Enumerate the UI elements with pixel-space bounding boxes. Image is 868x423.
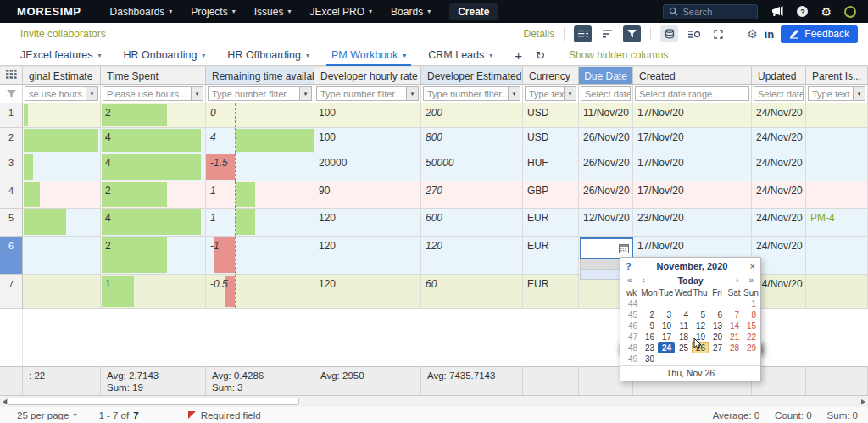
calendar-day[interactable]: 8 (743, 309, 760, 320)
row-number[interactable]: 4 (0, 181, 23, 209)
today-button[interactable]: Today (677, 276, 703, 286)
cell-parent-issue[interactable] (806, 275, 868, 309)
row-number[interactable]: 2 (0, 128, 23, 153)
select-all-corner[interactable] (0, 66, 23, 85)
calendar-day[interactable]: 4 (675, 309, 692, 320)
filter-input-currency[interactable]: Type text f▾ (525, 86, 576, 101)
calendar-day[interactable]: 17 (658, 331, 675, 342)
calendar-day[interactable]: 13 (709, 320, 726, 331)
cell-original-estimate[interactable] (23, 209, 101, 237)
cell-created[interactable]: 23/Nov/20 (633, 209, 752, 237)
cell-due-date[interactable]: 26/Nov/20 (579, 153, 633, 181)
cell-currency[interactable]: USD (523, 103, 579, 128)
filter-input-dev-estimated[interactable]: Type number filter...▾ (423, 86, 520, 101)
chevron-down-icon[interactable]: ▾ (191, 87, 203, 100)
filter-input-updated[interactable]: Select date (754, 86, 804, 101)
announcements-icon[interactable] (771, 6, 784, 17)
row-number[interactable]: 6 (0, 237, 23, 275)
cell-parent-issue[interactable] (806, 128, 868, 153)
cell-hourly-rate[interactable]: 120 (314, 275, 421, 309)
prev-year-icon[interactable]: « (627, 276, 632, 285)
grid-settings-icon[interactable]: ⚙ (747, 28, 758, 40)
cell-dev-estimated[interactable]: 600 (421, 209, 523, 237)
data-source-button[interactable] (660, 25, 678, 42)
nav-menu-dashboards[interactable]: Dashboards▾ (110, 6, 173, 18)
cell-parent-issue[interactable] (806, 153, 868, 181)
cell-time-spent[interactable]: 4 (101, 209, 206, 237)
column-header-due-date[interactable]: Due Date (579, 66, 633, 85)
cell-currency[interactable]: HUF (523, 153, 579, 181)
chevron-down-icon[interactable]: ▾ (406, 87, 418, 100)
cell-original-estimate[interactable] (23, 103, 101, 128)
calendar-day[interactable]: 25 (675, 342, 692, 353)
cell-hourly-rate[interactable]: 120 (314, 237, 421, 275)
cell-remaining-time[interactable]: 1 (206, 209, 314, 237)
cell-time-spent[interactable]: 1 (101, 275, 206, 309)
cell-currency[interactable]: EUR (523, 275, 579, 309)
cell-due-date[interactable]: 26/Nov/20 (579, 181, 633, 209)
invite-collaborators-link[interactable]: Invite collaborators (20, 28, 106, 40)
settings-gear-icon[interactable]: ⚙ (821, 6, 832, 18)
column-header-hourly-rate[interactable]: Developer hourly rate (314, 66, 421, 85)
cell-created[interactable]: 17/Nov/20 (633, 128, 752, 153)
cell-due-date[interactable]: 26/Nov/20 (579, 128, 633, 153)
cell-parent-issue[interactable]: PM-4 (806, 209, 868, 237)
filter-input-hourly-rate[interactable]: Type number filter...▾ (316, 86, 419, 101)
feedback-button[interactable]: Feedback (781, 25, 858, 43)
calendar-day[interactable]: 5 (692, 309, 709, 320)
calendar-day[interactable]: 16 (641, 331, 658, 342)
cell-remaining-time[interactable]: 1 (206, 181, 314, 209)
linkedin-icon[interactable]: in (765, 28, 775, 41)
calendar-day[interactable]: 27 (709, 342, 726, 353)
cell-dev-estimated[interactable]: 200 (421, 103, 523, 128)
filter-input-parent-issue[interactable]: Type text f▾ (808, 86, 865, 101)
cell-remaining-time[interactable]: 0 (206, 103, 314, 128)
cell-updated[interactable]: 24/Nov/20 (752, 103, 806, 128)
next-month-icon[interactable]: › (736, 276, 738, 285)
nav-menu-issues[interactable]: Issues▾ (254, 6, 292, 18)
scroll-right-arrow-icon[interactable] (861, 399, 865, 404)
sheet-tab-hr-offboarding[interactable]: HR Offboarding▾ (227, 45, 309, 66)
cell-dev-estimated[interactable]: 270 (421, 181, 523, 209)
cell-hourly-rate[interactable]: 90 (314, 181, 421, 209)
row-density-button[interactable] (685, 25, 703, 42)
filter-input-time-spent[interactable]: Please use hours...▾ (103, 86, 203, 101)
row-number[interactable]: 3 (0, 153, 23, 181)
calendar-day[interactable]: 1 (743, 298, 760, 309)
row-number[interactable]: 7 (0, 275, 23, 309)
add-sheet-button[interactable]: + (515, 48, 522, 63)
calendar-day[interactable]: 7 (726, 309, 743, 320)
sheet-tab-pm-workbook[interactable]: PM Workbook▾ (331, 45, 406, 66)
cell-time-spent[interactable]: 2 (101, 237, 206, 275)
cell-currency[interactable]: EUR (523, 237, 579, 275)
cell-updated[interactable]: 24/Nov/20 (752, 128, 806, 153)
details-link[interactable]: Details (523, 28, 554, 40)
calendar-day[interactable]: 24 (658, 342, 675, 353)
cell-created[interactable]: 17/Nov/20 (633, 181, 752, 209)
row-number[interactable]: 1 (0, 103, 23, 128)
search-input[interactable]: Search (663, 4, 758, 19)
calendar-day[interactable]: 10 (658, 320, 675, 331)
cell-hourly-rate[interactable]: 20000 (314, 153, 421, 181)
cell-created[interactable]: 17/Nov/20 (633, 103, 752, 128)
cell-remaining-time[interactable]: 4 (206, 128, 314, 153)
calendar-day[interactable]: 14 (726, 320, 743, 331)
next-year-icon[interactable]: » (748, 276, 754, 285)
cell-hourly-rate[interactable]: 100 (314, 128, 421, 153)
calendar-day[interactable]: 2 (641, 309, 658, 320)
cell-created[interactable]: 17/Nov/20 (633, 153, 752, 181)
user-avatar[interactable] (844, 6, 856, 18)
cell-due-date[interactable]: 12/Nov/20 (579, 209, 633, 237)
cell-updated[interactable]: 24/Nov/20 (752, 209, 806, 237)
cell-hourly-rate[interactable]: 120 (314, 209, 421, 237)
calendar-day[interactable]: 19 (692, 331, 709, 342)
scrollbar-thumb[interactable] (7, 398, 299, 405)
row-details-button[interactable] (574, 25, 592, 42)
calendar-day[interactable]: 9 (641, 320, 658, 331)
chevron-down-icon[interactable]: ▾ (508, 87, 520, 100)
cell-currency[interactable]: USD (523, 128, 579, 153)
calendar-close-icon[interactable]: × (747, 261, 755, 271)
filter-input-original-estimate[interactable]: se use hours...▾ (25, 86, 98, 101)
cell-currency[interactable]: GBP (523, 181, 579, 209)
nav-menu-boards[interactable]: Boards▾ (391, 6, 431, 18)
